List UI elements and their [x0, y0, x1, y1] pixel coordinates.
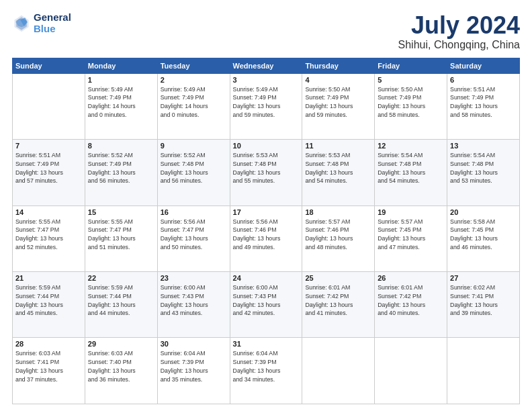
day-number: 7: [15, 142, 82, 150]
day-info: Sunrise: 6:02 AMSunset: 7:41 PMDaylight:…: [450, 283, 517, 318]
day-info: Sunrise: 6:03 AMSunset: 7:41 PMDaylight:…: [15, 349, 82, 383]
day-number: 9: [161, 142, 227, 150]
calendar-cell: 11Sunrise: 5:53 AMSunset: 7:48 PMDayligh…: [302, 140, 375, 205]
day-number: 27: [450, 274, 517, 282]
day-info: Sunrise: 5:57 AMSunset: 7:46 PMDaylight:…: [305, 218, 371, 252]
calendar-cell: 7Sunrise: 5:51 AMSunset: 7:49 PMDaylight…: [13, 140, 85, 205]
calendar-cell: [447, 338, 520, 404]
day-header-wednesday: Wednesday: [230, 58, 302, 73]
day-number: 10: [233, 142, 300, 150]
day-info: Sunrise: 6:04 AMSunset: 7:39 PMDaylight:…: [161, 349, 227, 383]
day-number: 20: [450, 208, 517, 216]
day-header-thursday: Thursday: [302, 58, 375, 73]
day-info: Sunrise: 6:04 AMSunset: 7:39 PMDaylight:…: [233, 349, 300, 383]
calendar-cell: 3Sunrise: 5:49 AMSunset: 7:49 PMDaylight…: [230, 73, 302, 139]
calendar-cell: 8Sunrise: 5:52 AMSunset: 7:49 PMDaylight…: [85, 140, 157, 205]
day-number: 21: [15, 274, 82, 282]
calendar-week-2: 7Sunrise: 5:51 AMSunset: 7:49 PMDaylight…: [13, 140, 520, 205]
day-number: 28: [15, 340, 82, 348]
logo: General Blue: [12, 12, 71, 34]
day-number: 22: [88, 274, 154, 282]
page: General Blue July 2024 Shihui, Chongqing…: [0, 0, 532, 411]
calendar-table: SundayMondayTuesdayWednesdayThursdayFrid…: [12, 58, 520, 404]
day-info: Sunrise: 5:55 AMSunset: 7:47 PMDaylight:…: [15, 218, 82, 252]
day-info: Sunrise: 5:54 AMSunset: 7:48 PMDaylight:…: [378, 151, 444, 185]
calendar-cell: 19Sunrise: 5:57 AMSunset: 7:45 PMDayligh…: [375, 205, 447, 271]
day-header-monday: Monday: [85, 58, 157, 73]
calendar-cell: 23Sunrise: 6:00 AMSunset: 7:43 PMDayligh…: [157, 272, 230, 338]
day-number: 16: [161, 208, 227, 216]
day-info: Sunrise: 5:52 AMSunset: 7:48 PMDaylight:…: [161, 151, 227, 185]
day-info: Sunrise: 5:57 AMSunset: 7:45 PMDaylight:…: [378, 218, 444, 252]
day-info: Sunrise: 5:55 AMSunset: 7:47 PMDaylight:…: [88, 218, 154, 252]
day-info: Sunrise: 5:54 AMSunset: 7:48 PMDaylight:…: [450, 151, 517, 185]
main-title: July 2024: [398, 12, 520, 39]
day-info: Sunrise: 5:50 AMSunset: 7:49 PMDaylight:…: [378, 85, 444, 120]
calendar-header-row: SundayMondayTuesdayWednesdayThursdayFrid…: [13, 58, 520, 73]
calendar-cell: 4Sunrise: 5:50 AMSunset: 7:49 PMDaylight…: [302, 73, 375, 139]
calendar-cell: 1Sunrise: 5:49 AMSunset: 7:49 PMDaylight…: [85, 73, 157, 139]
calendar-cell: 17Sunrise: 5:56 AMSunset: 7:46 PMDayligh…: [230, 205, 302, 271]
day-info: Sunrise: 5:59 AMSunset: 7:44 PMDaylight:…: [15, 283, 82, 318]
calendar-cell: 28Sunrise: 6:03 AMSunset: 7:41 PMDayligh…: [13, 338, 85, 404]
day-number: 18: [305, 208, 371, 216]
day-number: 30: [161, 340, 227, 348]
day-header-sunday: Sunday: [13, 58, 85, 73]
calendar-cell: 15Sunrise: 5:55 AMSunset: 7:47 PMDayligh…: [85, 205, 157, 271]
calendar-cell: 30Sunrise: 6:04 AMSunset: 7:39 PMDayligh…: [157, 338, 230, 404]
calendar-cell: 27Sunrise: 6:02 AMSunset: 7:41 PMDayligh…: [447, 272, 520, 338]
calendar-cell: 26Sunrise: 6:01 AMSunset: 7:42 PMDayligh…: [375, 272, 447, 338]
day-number: 15: [88, 208, 154, 216]
calendar-cell: [13, 73, 85, 139]
calendar-cell: 29Sunrise: 6:03 AMSunset: 7:40 PMDayligh…: [85, 338, 157, 404]
day-header-tuesday: Tuesday: [157, 58, 230, 73]
calendar-week-4: 21Sunrise: 5:59 AMSunset: 7:44 PMDayligh…: [13, 272, 520, 338]
calendar-cell: 6Sunrise: 5:51 AMSunset: 7:49 PMDaylight…: [447, 73, 520, 139]
sub-title: Shihui, Chongqing, China: [398, 39, 520, 51]
calendar-cell: 18Sunrise: 5:57 AMSunset: 7:46 PMDayligh…: [302, 205, 375, 271]
day-number: 8: [88, 142, 154, 150]
day-number: 19: [378, 208, 444, 216]
day-number: 24: [233, 274, 300, 282]
header: General Blue July 2024 Shihui, Chongqing…: [12, 12, 520, 51]
day-info: Sunrise: 5:56 AMSunset: 7:46 PMDaylight:…: [233, 218, 300, 252]
day-info: Sunrise: 5:49 AMSunset: 7:49 PMDaylight:…: [233, 85, 300, 120]
day-number: 29: [88, 340, 154, 348]
day-info: Sunrise: 6:01 AMSunset: 7:42 PMDaylight:…: [305, 283, 371, 318]
day-info: Sunrise: 5:50 AMSunset: 7:49 PMDaylight:…: [305, 85, 371, 120]
day-info: Sunrise: 5:49 AMSunset: 7:49 PMDaylight:…: [161, 85, 227, 120]
logo-text: General Blue: [34, 12, 71, 34]
day-header-saturday: Saturday: [447, 58, 520, 73]
day-info: Sunrise: 5:58 AMSunset: 7:45 PMDaylight:…: [450, 218, 517, 252]
calendar-cell: 21Sunrise: 5:59 AMSunset: 7:44 PMDayligh…: [13, 272, 85, 338]
day-number: 3: [233, 76, 300, 84]
calendar-cell: 12Sunrise: 5:54 AMSunset: 7:48 PMDayligh…: [375, 140, 447, 205]
calendar-week-1: 1Sunrise: 5:49 AMSunset: 7:49 PMDaylight…: [13, 73, 520, 139]
day-info: Sunrise: 5:53 AMSunset: 7:48 PMDaylight:…: [305, 151, 371, 185]
day-number: 11: [305, 142, 371, 150]
calendar-cell: 5Sunrise: 5:50 AMSunset: 7:49 PMDaylight…: [375, 73, 447, 139]
calendar-cell: 13Sunrise: 5:54 AMSunset: 7:48 PMDayligh…: [447, 140, 520, 205]
calendar-cell: 25Sunrise: 6:01 AMSunset: 7:42 PMDayligh…: [302, 272, 375, 338]
day-info: Sunrise: 5:51 AMSunset: 7:49 PMDaylight:…: [15, 151, 82, 185]
day-header-friday: Friday: [375, 58, 447, 73]
day-info: Sunrise: 5:53 AMSunset: 7:48 PMDaylight:…: [233, 151, 300, 185]
calendar-cell: 24Sunrise: 6:00 AMSunset: 7:43 PMDayligh…: [230, 272, 302, 338]
day-info: Sunrise: 6:01 AMSunset: 7:42 PMDaylight:…: [378, 283, 444, 318]
day-number: 13: [450, 142, 517, 150]
day-number: 31: [233, 340, 300, 348]
calendar-cell: 9Sunrise: 5:52 AMSunset: 7:48 PMDaylight…: [157, 140, 230, 205]
title-block: July 2024 Shihui, Chongqing, China: [398, 12, 520, 51]
day-info: Sunrise: 5:59 AMSunset: 7:44 PMDaylight:…: [88, 283, 154, 318]
day-number: 2: [161, 76, 227, 84]
calendar-week-5: 28Sunrise: 6:03 AMSunset: 7:41 PMDayligh…: [13, 338, 520, 404]
calendar-cell: 22Sunrise: 5:59 AMSunset: 7:44 PMDayligh…: [85, 272, 157, 338]
calendar-cell: 16Sunrise: 5:56 AMSunset: 7:47 PMDayligh…: [157, 205, 230, 271]
logo-icon: [12, 14, 31, 33]
day-number: 14: [15, 208, 82, 216]
day-number: 1: [88, 76, 154, 84]
day-info: Sunrise: 5:51 AMSunset: 7:49 PMDaylight:…: [450, 85, 517, 120]
day-number: 25: [305, 274, 371, 282]
logo-line1: General: [34, 12, 71, 24]
day-number: 5: [378, 76, 444, 84]
